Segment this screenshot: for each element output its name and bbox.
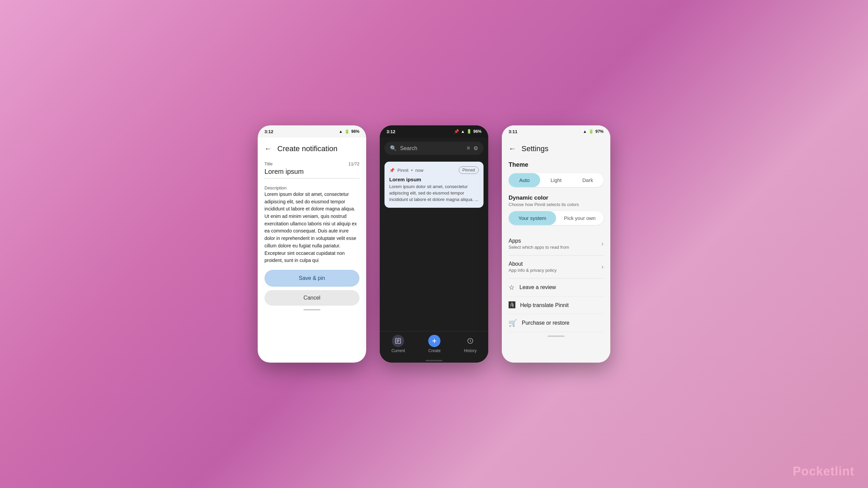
watermark-text2: lint xyxy=(835,464,854,478)
bottom-nav: Current Create History xyxy=(380,331,488,358)
description-label: Description xyxy=(264,185,287,190)
wifi-icon-3: ▲ xyxy=(583,129,587,134)
color-toggle: Your system Pick your own xyxy=(509,211,604,225)
theme-section: Theme Auto Light Dark xyxy=(509,161,604,195)
phone-3: 3:11 ▲ 🔋 97% ← Settings Theme Auto Light… xyxy=(502,125,610,363)
phone3-header: ← Settings xyxy=(509,144,604,153)
help-translate-label: Help translate Pinnit xyxy=(520,302,569,308)
apps-subtitle: Select which apps to read from xyxy=(509,245,569,250)
purchase-icon: 🛒 xyxy=(509,319,517,327)
description-value[interactable]: Lorem ipsum dolor sit amet, consectetur … xyxy=(264,191,359,264)
about-chevron-icon: › xyxy=(601,263,604,270)
search-bar[interactable]: 🔍 Search ≡ ⚙ xyxy=(384,142,484,155)
apps-settings-item[interactable]: Apps Select which apps to read from › xyxy=(509,232,604,256)
dynamic-color-subtitle: Choose how Pinnit selects its colors xyxy=(509,202,604,207)
status-time-1: 3:12 xyxy=(264,129,273,134)
star-icon: ☆ xyxy=(509,283,515,291)
battery-icon-3: 🔋 xyxy=(589,129,594,134)
pin-indicator: 📌 xyxy=(454,129,459,134)
about-item-text: About App info & privacy policy xyxy=(509,261,557,273)
status-time-3: 3:11 xyxy=(509,129,517,134)
notif-body: Lorem ipsum dolor sit amet, consectetur … xyxy=(389,184,479,203)
battery-icon-1: 🔋 xyxy=(344,129,350,134)
about-settings-item[interactable]: About App info & privacy policy › xyxy=(509,256,604,279)
status-bar-3: 3:11 ▲ 🔋 97% xyxy=(502,125,610,138)
notification-card: 📌 Pinnit • now Pinned Lorem ipsum Lorem … xyxy=(384,162,484,208)
help-translate-item[interactable]: 🅰 Help translate Pinnit xyxy=(509,297,604,314)
title-label: Title xyxy=(264,161,273,166)
status-bar-1: 3:12 ▲ 🔋 96% xyxy=(258,125,366,138)
battery-pct-3: 97% xyxy=(595,129,604,134)
title-field: Title 11/72 Lorem ipsum xyxy=(264,161,359,185)
create-notification-title: Create notification xyxy=(277,144,337,153)
wifi-icon-2: ▲ xyxy=(461,129,465,134)
theme-light-btn[interactable]: Light xyxy=(540,173,572,187)
notif-app-info: 📌 Pinnit • now xyxy=(389,168,423,173)
nav-create[interactable]: Create xyxy=(428,335,440,353)
battery-pct-1: 96% xyxy=(351,129,359,134)
purchase-item[interactable]: 🛒 Purchase or restore xyxy=(509,314,604,332)
theme-dark-btn[interactable]: Dark xyxy=(572,173,604,187)
about-subtitle: App info & privacy policy xyxy=(509,268,557,273)
current-nav-icon xyxy=(392,335,404,347)
create-nav-icon xyxy=(428,335,440,347)
settings-icon[interactable]: ⚙ xyxy=(473,145,478,151)
pinned-badge: Pinned xyxy=(459,166,479,174)
translate-icon: 🅰 xyxy=(509,301,515,309)
notif-pin-icon: 📌 xyxy=(389,168,395,173)
notif-app-name: Pinnit xyxy=(397,168,409,173)
notif-title: Lorem ipsum xyxy=(389,177,479,182)
home-indicator-1 xyxy=(303,309,320,310)
cancel-button[interactable]: Cancel xyxy=(264,290,359,306)
back-button-1[interactable]: ← xyxy=(264,144,272,153)
phone-2: 3:12 📌 ▲ 🔋 96% 🔍 Search ≡ ⚙ 📌 Pinnit • n… xyxy=(380,125,488,363)
apps-chevron-icon: › xyxy=(601,240,604,247)
current-nav-label: Current xyxy=(391,348,405,353)
status-icons-3: ▲ 🔋 97% xyxy=(583,129,604,134)
description-field: Description Lorem ipsum dolor sit amet, … xyxy=(264,185,359,264)
watermark-text1: Pocket xyxy=(793,464,835,478)
leave-review-item[interactable]: ☆ Leave a review xyxy=(509,279,604,297)
pick-your-own-btn[interactable]: Pick your own xyxy=(556,211,604,225)
create-nav-label: Create xyxy=(428,348,440,353)
phone2-content xyxy=(380,210,488,331)
home-indicator-3 xyxy=(548,336,565,337)
search-placeholder[interactable]: Search xyxy=(400,145,463,151)
title-counter: 11/72 xyxy=(348,161,359,168)
status-icons-1: ▲ 🔋 96% xyxy=(339,129,359,134)
wifi-icon-1: ▲ xyxy=(339,129,343,134)
notif-dot: • xyxy=(411,168,413,173)
theme-auto-btn[interactable]: Auto xyxy=(509,173,540,187)
phone2-body: 🔍 Search ≡ ⚙ 📌 Pinnit • now Pinned Lorem… xyxy=(380,138,488,363)
title-value[interactable]: Lorem ipsum xyxy=(264,168,359,179)
theme-section-title: Theme xyxy=(509,161,604,168)
phone1-body: ← Create notification Title 11/72 Lorem … xyxy=(258,138,366,363)
settings-title: Settings xyxy=(521,144,549,153)
history-nav-label: History xyxy=(464,348,476,353)
notif-header: 📌 Pinnit • now Pinned xyxy=(389,166,479,174)
notif-time: now xyxy=(415,168,423,173)
apps-item-text: Apps Select which apps to read from xyxy=(509,238,569,250)
history-nav-icon xyxy=(464,335,476,347)
battery-pct-2: 96% xyxy=(473,129,481,134)
search-action-icons: ≡ ⚙ xyxy=(467,145,478,151)
theme-toggle: Auto Light Dark xyxy=(509,173,604,187)
nav-current[interactable]: Current xyxy=(391,335,405,353)
search-icon: 🔍 xyxy=(390,145,397,151)
battery-icon-2: 🔋 xyxy=(467,129,472,134)
watermark: Pocketlint xyxy=(793,464,854,479)
dynamic-color-title: Dynamic color xyxy=(509,195,604,201)
filter-icon[interactable]: ≡ xyxy=(467,145,470,151)
status-bar-2: 3:12 📌 ▲ 🔋 96% xyxy=(380,125,488,138)
phone1-header: ← Create notification xyxy=(264,144,359,153)
back-button-3[interactable]: ← xyxy=(509,144,516,153)
apps-title: Apps xyxy=(509,238,569,244)
status-time-2: 3:12 xyxy=(387,129,395,134)
nav-history[interactable]: History xyxy=(464,335,476,353)
purchase-label: Purchase or restore xyxy=(522,320,570,326)
phone3-body: ← Settings Theme Auto Light Dark Dynamic… xyxy=(502,138,610,363)
leave-review-label: Leave a review xyxy=(519,284,556,290)
save-pin-button[interactable]: Save & pin xyxy=(264,270,359,287)
home-indicator-2 xyxy=(426,360,442,361)
your-system-btn[interactable]: Your system xyxy=(509,211,556,225)
